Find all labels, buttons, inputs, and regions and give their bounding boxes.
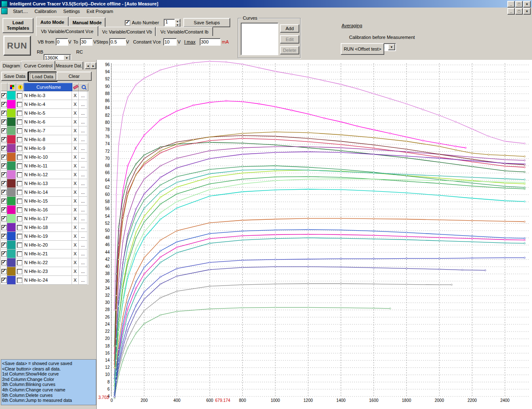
color-swatch[interactable] [7,223,16,232]
checkbox-checked-icon[interactable] [1,163,7,169]
jump-data-button[interactable]: ... [79,126,87,135]
magnifier-icon[interactable] [79,83,88,91]
delete-curve-button[interactable]: X [72,100,79,109]
tab-vc-variable-constant-vb[interactable]: Vc Variable/Constant Vb [98,27,156,36]
blink-cell[interactable] [16,214,23,223]
blink-cell[interactable] [16,179,23,188]
checkbox-icon[interactable] [17,111,22,116]
show-hide-cell[interactable] [1,206,7,214]
checkbox-checked-icon[interactable] [1,146,7,151]
checkbox-checked-icon[interactable] [1,111,7,116]
color-swatch[interactable] [7,91,16,100]
curve-name-cell[interactable]: N Hfe-Ic-5 [23,109,72,118]
close-icon[interactable]: × [523,1,531,8]
color-swatch[interactable] [7,267,16,276]
blink-cell[interactable] [16,100,23,109]
show-hide-cell[interactable] [1,153,7,162]
blink-cell[interactable] [16,258,23,267]
checkbox-checked-icon[interactable] [1,269,7,274]
color-swatch[interactable] [7,258,16,267]
checkbox-checked-icon[interactable] [1,242,7,248]
color-swatch[interactable] [7,135,16,144]
curve-name-cell[interactable]: N Hfe-Ic-13 [23,179,72,188]
curve-name-cell[interactable]: N Hfe-Ic-18 [23,223,72,232]
delete-curve-button[interactable]: X [72,144,79,153]
color-swatch[interactable] [7,162,16,170]
blink-cell[interactable] [16,170,23,179]
jump-data-button[interactable]: ... [79,276,87,285]
delete-curve-button[interactable]: X [72,153,79,162]
run-button[interactable]: RUN [3,36,31,56]
color-swatch[interactable] [7,232,16,241]
checkbox-checked-icon[interactable] [1,234,7,239]
blink-cell[interactable] [16,197,23,206]
tab-diagram[interactable]: Diagram [1,62,22,69]
blink-cell[interactable] [16,91,23,100]
curve-name-cell[interactable]: N Hfe-Ic-16 [23,206,72,214]
delete-curve-button[interactable]: X [72,188,79,197]
show-hide-cell[interactable] [1,135,7,144]
color-swatch[interactable] [7,118,16,126]
show-hide-cell[interactable] [1,126,7,135]
tab-curve-control[interactable]: Curve Control [21,61,55,70]
checkbox-icon[interactable] [17,198,22,204]
blink-cell[interactable] [16,153,23,162]
color-swatch[interactable] [7,206,16,214]
curve-name-cell[interactable]: N Hfe-Ic-19 [23,232,72,241]
show-hide-cell[interactable] [1,223,7,232]
checkbox-icon[interactable] [17,216,22,221]
delete-curve-button[interactable]: X [72,197,79,206]
to-input[interactable]: 30 [80,38,93,46]
imax-input[interactable]: 300 [200,38,221,46]
auto-number-input[interactable]: 1 [164,19,176,26]
checkbox-icon[interactable] [17,190,22,195]
curve-chart[interactable]: 4681012141618202224262830323436384042444… [97,60,532,409]
show-hide-cell[interactable] [1,170,7,179]
checkbox-checked-icon[interactable] [1,119,7,125]
delete-curve-button[interactable]: X [72,126,79,135]
checkbox-icon[interactable] [17,242,22,248]
delete-curve-button[interactable]: Delete [280,46,299,54]
color-swatch[interactable] [7,241,16,250]
tab-vc-variable-constant-ib[interactable]: Vc Variable/Constant Ib [156,27,213,36]
checkbox-checked-icon[interactable] [1,190,7,195]
jump-data-button[interactable]: ... [79,197,87,206]
checkbox-checked-icon[interactable] [1,102,7,107]
checkbox-checked-icon[interactable] [1,154,7,160]
jump-data-button[interactable]: ... [79,170,87,179]
delete-curve-button[interactable]: X [72,91,79,100]
jump-data-button[interactable]: ... [79,241,87,250]
show-hide-cell[interactable] [1,162,7,170]
delete-curve-button[interactable]: X [72,170,79,179]
color-swatch[interactable] [7,197,16,206]
color-swatch[interactable] [7,276,16,285]
show-hide-cell[interactable] [1,109,7,118]
constant-vce-input[interactable]: 10 [163,38,177,46]
show-hide-cell[interactable] [1,91,7,100]
blink-cell[interactable] [16,206,23,214]
curve-name-cell[interactable]: N Hfe-Ic-10 [23,153,72,162]
child-close-icon[interactable]: × [523,8,531,15]
run-offset-test-button[interactable]: RUN <Offset test> [341,43,384,55]
blink-cell[interactable] [16,126,23,135]
checkbox-icon[interactable] [17,146,22,151]
brush-icon[interactable] [72,83,80,91]
curves-listbox[interactable] [241,23,278,55]
checkbox-checked-icon[interactable] [1,198,7,204]
save-setups-button[interactable]: Save Setups [183,18,230,27]
checkbox-checked-icon[interactable] [1,137,7,142]
load-templates-button[interactable]: Load Templates [3,18,33,33]
tab-scroll-right-icon[interactable]: ► [90,62,96,69]
show-hide-cell[interactable] [1,276,7,285]
checkbox-checked-icon[interactable] [1,251,7,257]
blink-cell[interactable] [16,223,23,232]
blink-cell[interactable] [16,188,23,197]
checkbox-icon[interactable] [17,278,22,283]
show-hide-cell[interactable] [1,214,7,223]
show-hide-cell[interactable] [1,250,7,258]
menu-start[interactable]: Start.... [10,8,31,14]
checkbox-icon[interactable] [17,119,22,125]
delete-curve-button[interactable]: X [72,135,79,144]
jump-data-button[interactable]: ... [79,109,87,118]
curve-name-cell[interactable]: N Hfe-Ic-20 [23,241,72,250]
